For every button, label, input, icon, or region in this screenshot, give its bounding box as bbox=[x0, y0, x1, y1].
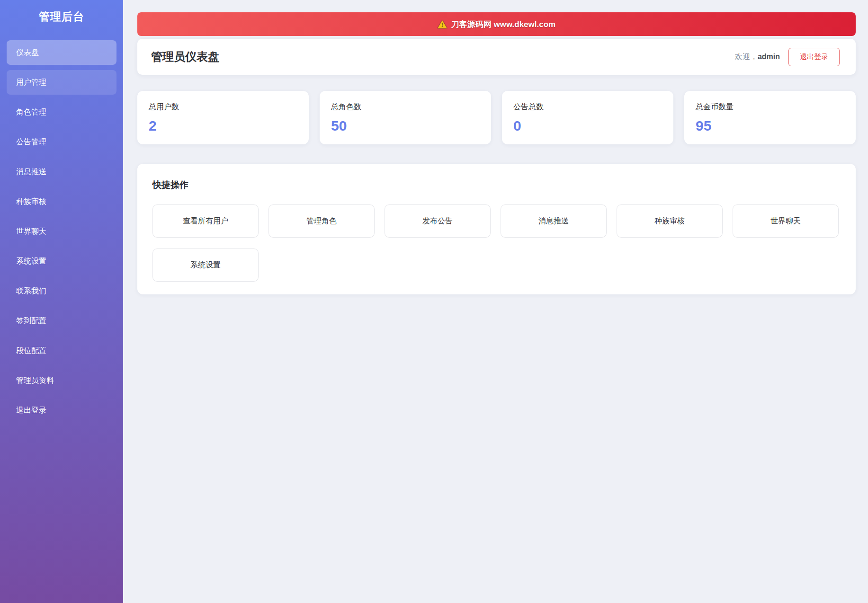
action-publish-announcement[interactable]: 发布公告 bbox=[385, 204, 491, 238]
sidebar: 管理后台 仪表盘 用户管理 角色管理 公告管理 消息推送 种族审核 世界聊天 系… bbox=[0, 0, 123, 603]
action-manage-roles[interactable]: 管理角色 bbox=[268, 204, 375, 238]
sidebar-item-announcements[interactable]: 公告管理 bbox=[7, 130, 116, 154]
page-header: 管理员仪表盘 欢迎，admin 退出登录 bbox=[137, 39, 856, 75]
welcome-prefix: 欢迎， bbox=[735, 53, 758, 61]
stat-label: 总金币数量 bbox=[696, 102, 844, 112]
sidebar-menu: 仪表盘 用户管理 角色管理 公告管理 消息推送 种族审核 世界聊天 系统设置 联… bbox=[0, 40, 123, 423]
stat-card-total-coins: 总金币数量 95 bbox=[684, 91, 856, 144]
stat-label: 公告总数 bbox=[513, 102, 662, 112]
logout-button[interactable]: 退出登录 bbox=[788, 48, 840, 66]
quick-actions-title: 快捷操作 bbox=[152, 179, 841, 191]
welcome-text: 欢迎，admin bbox=[735, 52, 780, 62]
sidebar-item-roles[interactable]: 角色管理 bbox=[7, 100, 116, 124]
sidebar-item-dashboard[interactable]: 仪表盘 bbox=[7, 40, 116, 65]
action-system-settings[interactable]: 系统设置 bbox=[152, 248, 259, 282]
quick-actions-buttons: 查看所有用户 管理角色 发布公告 消息推送 种族审核 世界聊天 系统设置 bbox=[152, 204, 841, 282]
stat-value: 95 bbox=[696, 118, 844, 134]
sidebar-item-push-messages[interactable]: 消息推送 bbox=[7, 160, 116, 184]
notice-banner: ! 刀客源码网 www.dkewl.com bbox=[137, 12, 856, 36]
sidebar-item-rank-config[interactable]: 段位配置 bbox=[7, 338, 116, 363]
sidebar-item-system-settings[interactable]: 系统设置 bbox=[7, 249, 116, 274]
sidebar-item-race-review[interactable]: 种族审核 bbox=[7, 189, 116, 214]
banner-text: 刀客源码网 www.dkewl.com bbox=[451, 19, 555, 30]
action-view-all-users[interactable]: 查看所有用户 bbox=[152, 204, 259, 238]
sidebar-item-checkin-config[interactable]: 签到配置 bbox=[7, 309, 116, 333]
action-world-chat[interactable]: 世界聊天 bbox=[733, 204, 839, 238]
quick-actions-panel: 快捷操作 查看所有用户 管理角色 发布公告 消息推送 种族审核 世界聊天 系统设… bbox=[137, 164, 856, 294]
stat-value: 50 bbox=[331, 118, 480, 134]
sidebar-item-contact-us[interactable]: 联系我们 bbox=[7, 279, 116, 303]
warning-icon: ! bbox=[438, 20, 447, 28]
stat-value: 0 bbox=[513, 118, 662, 134]
app-title: 管理后台 bbox=[0, 9, 123, 24]
stat-card-total-users: 总用户数 2 bbox=[137, 91, 309, 144]
stat-card-total-roles: 总角色数 50 bbox=[320, 91, 491, 144]
action-push-message[interactable]: 消息推送 bbox=[501, 204, 607, 238]
sidebar-item-users[interactable]: 用户管理 bbox=[7, 70, 116, 95]
page-title: 管理员仪表盘 bbox=[151, 49, 219, 64]
stat-label: 总角色数 bbox=[331, 102, 480, 112]
header-right: 欢迎，admin 退出登录 bbox=[735, 48, 840, 66]
sidebar-item-world-chat[interactable]: 世界聊天 bbox=[7, 219, 116, 244]
username: admin bbox=[758, 53, 780, 61]
sidebar-item-admin-profile[interactable]: 管理员资料 bbox=[7, 368, 116, 393]
stat-card-total-announcements: 公告总数 0 bbox=[502, 91, 673, 144]
main-content: ! 刀客源码网 www.dkewl.com 管理员仪表盘 欢迎，admin 退出… bbox=[123, 0, 868, 603]
stat-value: 2 bbox=[149, 118, 297, 134]
stat-label: 总用户数 bbox=[149, 102, 297, 112]
stats-row: 总用户数 2 总角色数 50 公告总数 0 总金币数量 95 bbox=[137, 91, 856, 144]
sidebar-item-logout[interactable]: 退出登录 bbox=[7, 398, 116, 423]
action-race-review[interactable]: 种族审核 bbox=[617, 204, 723, 238]
